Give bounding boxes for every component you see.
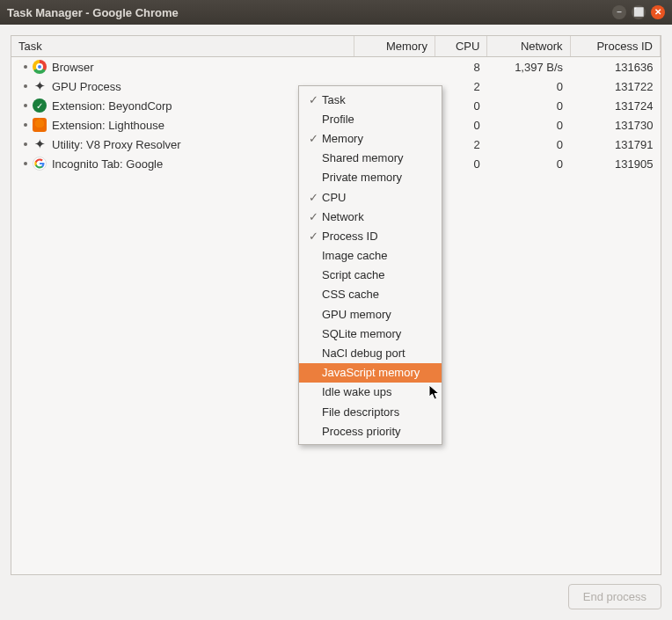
menu-item[interactable]: ✓Memory [299,128,442,148]
menu-item[interactable]: Process priority [299,421,442,441]
menu-item-label: Network [322,210,364,223]
menu-item[interactable]: Image cache [299,246,442,266]
google-icon [33,157,47,171]
col-network[interactable]: Network [487,36,570,57]
row-bullet-icon [24,142,27,146]
check-icon: ✓ [304,191,322,204]
cell-cpu: 2 [435,135,486,154]
col-memory[interactable]: Memory [354,36,435,57]
cell-cpu: 0 [435,115,486,135]
beyondcorp-icon: ✓ [33,98,47,113]
menu-item-label: NaCl debug port [322,346,405,360]
puzzle-icon: ✦ [33,79,47,93]
menu-item-label: Task [322,93,346,106]
puzzle-icon: ✦ [33,137,47,151]
window-title: Task Manager - Google Chrome [7,6,612,19]
task-name: Browser [52,61,94,74]
menu-item-label: Memory [322,132,363,145]
check-icon: ✓ [304,132,322,145]
menu-item[interactable]: SQLite memory [299,324,442,343]
menu-item[interactable]: Shared memory [299,149,442,168]
task-name: Extension: BeyondCorp [52,99,172,113]
task-name: Extension: Lighthouse [52,119,164,132]
close-button[interactable]: ✕ [651,5,665,19]
row-bullet-icon [24,84,27,88]
menu-item-label: Process priority [322,425,401,438]
cell-cpu: 2 [435,77,486,96]
col-task[interactable]: Task [11,36,354,57]
col-process-id[interactable]: Process ID [570,36,660,57]
window-controls: – ⬜ ✕ [612,5,665,19]
cell-pid: 131791 [570,135,660,154]
menu-item[interactable]: JavaScript memory [299,363,442,383]
cell-network: 0 [487,135,570,154]
menu-item[interactable]: ✓Network [299,207,442,226]
menu-item-label: Private memory [322,171,402,184]
row-bullet-icon [24,104,27,107]
chrome-icon [33,60,47,74]
cell-cpu: 0 [435,96,486,115]
column-context-menu[interactable]: ✓TaskProfile✓MemoryShared memoryPrivate … [298,85,442,445]
check-icon: ✓ [304,93,322,106]
menu-item[interactable]: Private memory [299,168,442,187]
menu-item-label: JavaScript memory [322,366,420,379]
menu-item-label: Process ID [322,230,378,243]
check-icon: ✓ [304,210,322,223]
cell-memory [354,57,435,77]
table-header-row: Task Memory CPU Network Process ID [11,36,661,57]
lighthouse-icon [33,118,47,132]
table-row[interactable]: Browser81,397 B/s131636 [11,57,661,77]
row-bullet-icon [24,123,27,127]
cell-network: 1,397 B/s [487,57,570,77]
menu-item[interactable]: ✓CPU [299,187,442,207]
row-bullet-icon [24,65,27,69]
cell-pid: 131636 [570,57,660,77]
minimize-button[interactable]: – [612,5,626,19]
menu-item[interactable]: CSS cache [299,285,442,304]
menu-item[interactable]: ✓Task [299,90,442,109]
cell-network: 0 [487,77,570,96]
menu-item-label: Shared memory [322,151,403,164]
content-area: Task Memory CPU Network Process ID Brows… [0,25,672,620]
cell-network: 0 [487,154,570,173]
menu-item[interactable]: Idle wake ups [299,383,442,402]
menu-item[interactable]: File descriptors [299,402,442,421]
menu-item[interactable]: Profile [299,109,442,128]
end-process-button[interactable]: End process [568,584,661,609]
cell-pid: 131724 [570,96,660,115]
cell-cpu: 8 [435,57,486,77]
menu-item-label: CPU [322,191,346,204]
cell-network: 0 [487,115,570,135]
cell-pid: 131730 [570,115,660,135]
menu-item[interactable]: GPU memory [299,304,442,324]
cell-pid: 131722 [570,77,660,96]
task-name: GPU Process [52,80,121,93]
menu-item[interactable]: Script cache [299,266,442,285]
cell-network: 0 [487,96,570,115]
row-bullet-icon [24,162,27,165]
menu-item-label: Script cache [322,268,385,281]
task-table-area: Task Memory CPU Network Process ID Brows… [11,35,661,575]
titlebar: Task Manager - Google Chrome – ⬜ ✕ [0,0,672,25]
menu-item-label: Image cache [322,249,387,262]
menu-item-label: CSS cache [322,288,379,301]
task-name: Incognito Tab: Google [52,157,163,171]
menu-item[interactable]: NaCl debug port [299,343,442,362]
task-name: Utility: V8 Proxy Resolver [52,138,181,151]
col-cpu[interactable]: CPU [435,36,486,57]
menu-item-label: GPU memory [322,308,391,321]
cell-pid: 131905 [570,154,660,173]
maximize-button[interactable]: ⬜ [632,5,646,19]
menu-item-label: Profile [322,113,354,126]
menu-item-label: File descriptors [322,405,399,419]
menu-item-label: SQLite memory [322,327,401,340]
menu-item[interactable]: ✓Process ID [299,226,442,245]
menu-item-label: Idle wake ups [322,385,392,398]
check-icon: ✓ [304,230,322,243]
footer: End process [11,575,661,609]
cell-cpu: 0 [435,154,486,173]
